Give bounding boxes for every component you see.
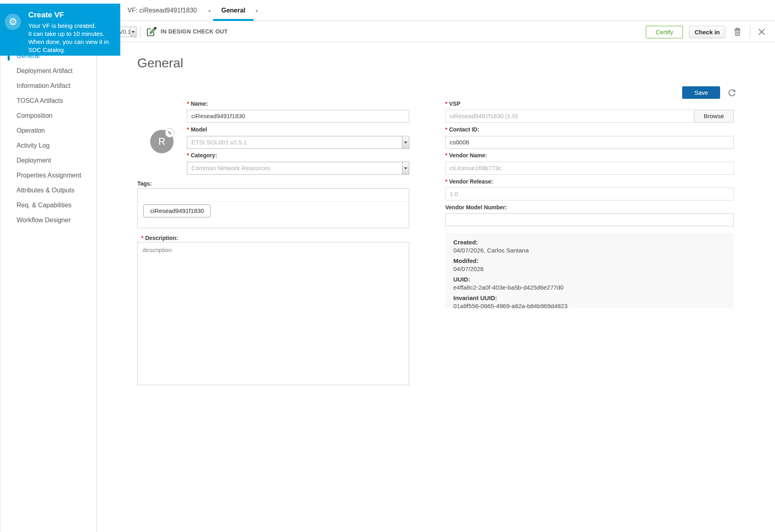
- refresh-icon[interactable]: [727, 88, 737, 97]
- category-select: Common Network Resources: [187, 162, 409, 175]
- category-label: *Category:: [187, 152, 217, 159]
- metadata-panel: Created: 04/07/2026, Carlos Santana Modi…: [445, 233, 734, 309]
- vendor-name-label: *Vendor Name:: [445, 152, 487, 159]
- modified-value: 04/07/2026: [453, 265, 734, 273]
- toolbar-divider: [750, 25, 750, 38]
- create-vf-toast: ⚙ Create VF Your VF is being created. It…: [0, 4, 120, 56]
- vsp-input: ciResead9491f1830 (1.0): [445, 110, 694, 123]
- model-label: *Model: [187, 126, 207, 133]
- sdc-vf-general-page: VF: ciResead9491f1830 ▸ General ▸ V0.1 I…: [0, 0, 775, 532]
- modified-label: Modifed:: [453, 257, 734, 265]
- vendor-name-input: ciLicense169b773c: [445, 162, 734, 175]
- uuid-label: UUID:: [453, 275, 734, 284]
- tags-label: Tags:: [137, 180, 152, 187]
- sidebar-nav: General Deployment Artifact Information …: [0, 42, 97, 532]
- sidebar-item-deployment-artifact[interactable]: Deployment Artifact: [0, 64, 96, 78]
- chevron-right-icon: ▸: [209, 0, 211, 21]
- sidebar-item-tosca-artifacts[interactable]: TOSCA Artifacts: [0, 94, 96, 108]
- invariant-uuid-value: 01a9f556-0665-4969-a62a-b84b969d4823: [453, 302, 734, 310]
- tab-general[interactable]: General: [213, 0, 253, 21]
- contact-id-input[interactable]: cs0008: [445, 136, 734, 149]
- sidebar-item-operation[interactable]: Operation: [0, 124, 96, 138]
- name-input[interactable]: ciResead9491f1830: [187, 110, 409, 123]
- description-textarea[interactable]: description: [137, 242, 409, 385]
- delete-trash-icon[interactable]: [733, 27, 742, 36]
- check-in-button[interactable]: Check in: [689, 26, 725, 38]
- tags-input[interactable]: [138, 189, 409, 202]
- sidebar-item-activity-log[interactable]: Activity Log: [0, 139, 96, 152]
- vendor-release-label: *Vendor Release:: [445, 178, 493, 185]
- gear-icon: ⚙: [5, 14, 21, 30]
- description-label: *Description:: [141, 235, 178, 241]
- save-button[interactable]: Save: [682, 86, 720, 99]
- breadcrumb[interactable]: VF: ciResead9491f1830: [128, 0, 197, 21]
- sidebar-item-req-capabilities[interactable]: Req. & Capabilities: [0, 198, 96, 212]
- model-select: ETSI SOL001 v2.5.1: [187, 136, 409, 149]
- tag-chip: ciResead9491f1830: [143, 204, 211, 217]
- sidebar-item-information-artifact[interactable]: Information Artifact: [0, 79, 96, 93]
- vendor-release-input: 1.0: [445, 188, 734, 200]
- sidebar-item-composition[interactable]: Composition: [0, 109, 96, 123]
- invariant-uuid-label: Invariant UUID:: [453, 294, 734, 302]
- sidebar-item-attributes-outputs[interactable]: Attributes & Outputs: [0, 184, 96, 197]
- toast-message: Your VF is being created. It can take up…: [28, 22, 109, 54]
- tags-box: ciResead9491f1830: [137, 188, 409, 228]
- tab-active-underline: [213, 19, 253, 21]
- toast-title: Create VF: [28, 10, 64, 19]
- page-title: General: [137, 56, 183, 71]
- vsp-label: *VSP: [445, 100, 460, 107]
- vendor-model-number-input[interactable]: [445, 213, 734, 226]
- close-icon[interactable]: [758, 28, 765, 35]
- sidebar-item-properties-assignment[interactable]: Properties Assignment: [0, 169, 96, 182]
- select-arrow-icon: [402, 136, 409, 148]
- sidebar-item-deployment[interactable]: Deployment: [0, 154, 96, 167]
- avatar-edit-icon[interactable]: ✎: [165, 128, 174, 138]
- name-label: *Name:: [187, 100, 208, 107]
- tab-general-label: General: [221, 7, 245, 14]
- select-arrow-icon: [130, 27, 136, 37]
- certify-button[interactable]: Certify: [646, 26, 683, 38]
- browse-button[interactable]: Browse: [694, 110, 734, 123]
- uuid-value: e4ffa8c2-2a0f-403e-ba5b-d425d6e277d0: [453, 284, 734, 292]
- vendor-model-number-label: Vendor Model Number:: [445, 204, 507, 211]
- toolbar-divider: [140, 25, 141, 38]
- checkout-pencil-icon: [146, 27, 157, 37]
- created-label: Created:: [453, 238, 734, 246]
- contact-id-label: *Contact ID:: [445, 126, 479, 133]
- chevron-right-icon: ▸: [256, 0, 258, 21]
- lifecycle-state-label: IN DESIGN CHECK OUT: [161, 21, 228, 42]
- created-value: 04/07/2026, Carlos Santana: [453, 246, 734, 255]
- sidebar-item-workflow-designer[interactable]: Workflow Designer: [0, 213, 96, 227]
- select-arrow-icon: [402, 162, 409, 174]
